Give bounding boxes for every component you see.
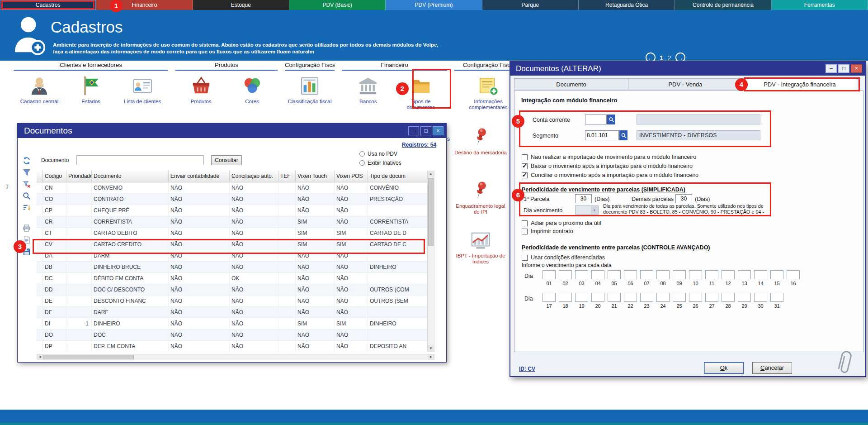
- day-input-28[interactable]: [722, 293, 735, 302]
- parcela1-input[interactable]: [575, 194, 592, 203]
- column-header-vixen-touch[interactable]: Vixen Touch: [296, 171, 335, 182]
- top-tab-retaguarda-otica[interactable]: Retaguarda Ótica: [579, 0, 675, 10]
- dialog-titlebar[interactable]: Documentos (ALTERAR) – □ ×: [510, 62, 865, 76]
- shortcut-lista-de-clientes[interactable]: Lista de clientes: [119, 75, 166, 105]
- minimize-button[interactable]: –: [826, 64, 837, 73]
- column-header-conciliacao-auto[interactable]: Conciliação auto.: [230, 171, 278, 182]
- day-input-07[interactable]: [640, 270, 653, 279]
- column-header-tef[interactable]: TEF: [278, 171, 296, 182]
- table-row-CO[interactable]: COCONTRATONÃONÃONÃONÃOPRESTAÇÃO: [37, 194, 427, 205]
- shortcut-cadastro-central[interactable]: Cadastro central: [16, 75, 63, 105]
- table-row-CN[interactable]: CNCONVENIONÃONÃONÃONÃOCONVÊNIO: [37, 182, 427, 194]
- checkbox-adiar-proximo-dia-util[interactable]: Adiar para o próximo dia útil: [522, 219, 601, 228]
- day-input-31[interactable]: [770, 293, 783, 302]
- refresh-icon[interactable]: [21, 155, 32, 166]
- demais-parcelas-input[interactable]: [675, 194, 692, 203]
- day-input-14[interactable]: [754, 270, 767, 279]
- table-row-DO[interactable]: DODOCNÃONÃONÃONÃO: [37, 329, 427, 341]
- table-row-DE[interactable]: DEDESCONTO FINANCNÃONÃONÃONÃOOUTROS (SEM: [37, 296, 427, 307]
- minimize-button[interactable]: –: [408, 126, 419, 135]
- day-input-29[interactable]: [738, 293, 751, 302]
- day-input-06[interactable]: [624, 270, 637, 279]
- day-input-18[interactable]: [559, 293, 572, 302]
- table-row-CV[interactable]: CVCARTAO CREDITONÃONÃOSIMSIMCARTAO DE C: [37, 239, 427, 250]
- day-input-01[interactable]: [542, 270, 556, 279]
- shortcut-ibpt-importacao-de-indices[interactable]: IBPT - Importação de índices: [453, 229, 508, 265]
- column-header-vixen-pos[interactable]: Vixen POS: [335, 171, 368, 182]
- print-icon[interactable]: [21, 223, 32, 234]
- zoom-icon[interactable]: [21, 191, 32, 201]
- dialog-tab-pdv-venda[interactable]: PDV - Venda: [628, 78, 743, 90]
- shortcut-estados[interactable]: Estados: [67, 75, 114, 105]
- search-input[interactable]: [76, 155, 204, 165]
- top-tab-estoque[interactable]: Estoque: [193, 0, 289, 10]
- shortcut-produtos[interactable]: Produtos: [178, 75, 225, 105]
- table-row-CR[interactable]: CRCORRENTISTANÃONÃOSIMNÃOCORRENTISTA: [37, 216, 427, 228]
- clear-filter-icon[interactable]: [21, 179, 32, 190]
- checkbox-icon[interactable]: ✓: [522, 172, 528, 178]
- top-tab-cadastros[interactable]: Cadastros: [0, 0, 96, 10]
- day-input-21[interactable]: [608, 293, 621, 302]
- pager-page-2[interactable]: 2: [667, 54, 671, 62]
- day-input-25[interactable]: [673, 293, 686, 302]
- maximize-button[interactable]: □: [420, 126, 431, 135]
- top-tab-pdv-premium[interactable]: PDV (Premium): [386, 0, 482, 10]
- day-input-13[interactable]: [738, 270, 751, 279]
- day-input-11[interactable]: [705, 270, 718, 279]
- cancel-button[interactable]: Cancelar: [752, 362, 792, 374]
- shortcut-destino-da-mercadoria[interactable]: Destino da mercadoria: [453, 126, 508, 156]
- top-tab-ferramentas[interactable]: Ferramentas: [772, 0, 868, 10]
- radio-exibir-inativos[interactable]: Exibir Inativos: [359, 160, 401, 166]
- scroll-down-icon[interactable]: ▼: [428, 345, 434, 352]
- checkbox-icon[interactable]: ✓: [522, 163, 528, 169]
- conta-corrente-lookup-button[interactable]: [607, 115, 615, 124]
- shortcut-cores[interactable]: Cores: [229, 75, 276, 105]
- dia-vencimento-combo[interactable]: ▼: [575, 205, 599, 215]
- day-input-09[interactable]: [673, 270, 686, 279]
- column-header-tipo-de-docum[interactable]: Tipo de docum: [368, 171, 427, 182]
- table-row-DD[interactable]: DDDOC C/ DESCONTONÃONÃONÃONÃOOUTROS (COM: [37, 284, 427, 296]
- day-input-02[interactable]: [559, 270, 572, 279]
- day-input-26[interactable]: [689, 293, 702, 302]
- documentos-titlebar[interactable]: Documentos – □ ×: [18, 124, 446, 138]
- shortcut-enquadramento-legal-do-ipi[interactable]: Enquadramento legal do IPI: [453, 179, 508, 215]
- checkbox-icon[interactable]: [522, 229, 528, 234]
- table-row-DI[interactable]: DI1DINHEIRONÃONÃOSIMSIMDINHEIRO: [37, 318, 427, 329]
- day-input-22[interactable]: [624, 293, 637, 302]
- shortcut-classificacao-fiscal[interactable]: Classificação fiscal: [286, 75, 333, 105]
- column-header-enviar-contabilidade[interactable]: Enviar contabilidade: [169, 171, 230, 182]
- filter-icon[interactable]: [21, 167, 32, 178]
- dialog-tab-documento[interactable]: Documento: [514, 78, 628, 90]
- day-input-08[interactable]: [656, 270, 670, 279]
- day-input-17[interactable]: [542, 293, 556, 302]
- vertical-scrollbar[interactable]: ▲ ▼: [427, 171, 434, 352]
- top-tab-pdv-basic[interactable]: PDV (Basic): [289, 0, 386, 10]
- top-tab-controle-de-permanencia[interactable]: Controle de permanência: [675, 0, 771, 10]
- checkbox-conciliar-o-movimento-apos-a-importacao-para-o-modulo-financeiro[interactable]: ✓Conciliar o movimento após a importação…: [522, 171, 698, 180]
- checkbox-baixar-o-movimento-apos-a-importacao-para-o-modulo-financeiro[interactable]: ✓Baixar o movimento após a importação pa…: [522, 162, 698, 171]
- maximize-button[interactable]: □: [838, 64, 849, 73]
- scrollbar-thumb[interactable]: [428, 178, 434, 246]
- checkbox-imprimir-contrato[interactable]: Imprimir contrato: [522, 227, 573, 236]
- close-button[interactable]: ×: [851, 64, 862, 73]
- segmento-input[interactable]: [585, 130, 619, 140]
- segmento-lookup-button[interactable]: [619, 130, 627, 140]
- top-tab-parque[interactable]: Parque: [482, 0, 579, 10]
- registros-link[interactable]: Registros: 54: [402, 142, 436, 148]
- checkbox-icon[interactable]: [522, 220, 528, 226]
- table-row-DC[interactable]: DCDÉBITO EM CONTANÃOOKNÃONÃO: [37, 273, 427, 284]
- checkbox-usar-condicoes-diferenciadas[interactable]: Usar condições diferenciadas: [522, 253, 605, 262]
- sort-icon[interactable]: [21, 202, 32, 213]
- paperclip-icon[interactable]: [835, 349, 856, 378]
- day-input-27[interactable]: [705, 293, 718, 302]
- scrollbar-thumb[interactable]: [43, 355, 134, 359]
- scroll-right-icon[interactable]: ►: [428, 354, 434, 360]
- day-input-04[interactable]: [591, 270, 604, 279]
- day-input-03[interactable]: [575, 270, 588, 279]
- ok-button[interactable]: Ok: [704, 362, 744, 374]
- record-id-link[interactable]: ID: CV: [519, 366, 535, 372]
- table-row-DF[interactable]: DFDARFNÃONÃONÃONÃO: [37, 307, 427, 318]
- column-header-codigo[interactable]: Código: [43, 171, 66, 182]
- day-input-23[interactable]: [640, 293, 653, 302]
- checkbox-nao-realizar-a-importacao-de-movimento-para-o-modulo-financeiro[interactable]: Não realizar a importação de movimento p…: [522, 153, 698, 162]
